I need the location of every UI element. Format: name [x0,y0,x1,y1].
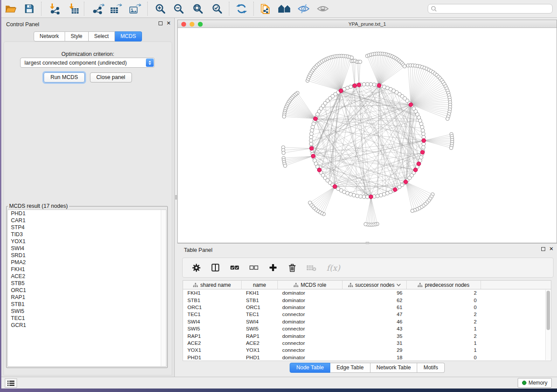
table-cell[interactable]: 1 [407,347,481,353]
mcds-result-item[interactable]: TEC1 [8,315,166,322]
network-leaf-node[interactable] [282,151,285,155]
tab-mcds[interactable]: MCDS [115,31,142,41]
table-cell[interactable]: 2 [407,319,481,325]
table-cell[interactable]: 61 [343,304,407,310]
network-node[interactable] [311,125,315,129]
network-hub-node[interactable] [409,103,413,107]
delete-column-icon[interactable] [287,263,297,272]
table-cell[interactable]: PHD1 [242,354,278,361]
table-cell[interactable]: ACE2 [183,340,242,346]
table-row[interactable]: PHD1PHD1dominator180 [183,354,551,361]
float-table-panel-icon[interactable] [541,247,545,251]
network-node[interactable] [372,83,376,86]
column-header-MCDS-role[interactable]: MCDS role [278,281,343,289]
search-box[interactable] [428,4,553,14]
mcds-result-item[interactable]: CAR1 [8,217,166,224]
table-cell[interactable]: 47 [343,311,407,317]
table-tab-node-table[interactable]: Node Table [290,363,330,373]
table-cell[interactable]: dominator [278,304,343,310]
network-node[interactable] [379,193,383,197]
table-cell[interactable]: PHD1 [183,354,242,361]
table-cell[interactable]: dominator [278,333,343,339]
network-node[interactable] [309,135,313,139]
export-table-icon[interactable] [108,1,124,16]
mcds-result-item[interactable]: STB5 [8,280,166,287]
table-cell[interactable]: YOX1 [242,347,278,353]
network-hub-node[interactable] [357,83,361,87]
table-row[interactable]: SWI4SWI4dominator462 [183,318,551,325]
network-window-titlebar[interactable]: YPA_prune.txt_1 [178,20,557,28]
first-neighbors-icon[interactable] [277,1,292,16]
network-leaf-node[interactable] [450,146,453,150]
network-leaf-node[interactable] [446,117,449,120]
table-cell[interactable]: YOX1 [183,347,242,353]
network-leaf-node[interactable] [284,164,287,168]
table-cell[interactable]: 43 [343,326,407,332]
mcds-result-item[interactable]: RAP1 [8,294,166,301]
mcds-result-list[interactable]: PHD1CAR1STP4TID3YOX1SWI4SRD1PMA2FKH1ACE2… [7,210,166,367]
network-canvas[interactable] [178,28,557,243]
table-cell[interactable]: 46 [343,319,407,325]
network-node[interactable] [352,193,356,197]
import-network-icon[interactable] [47,1,62,16]
column-header-name[interactable]: name [242,281,278,289]
network-hub-node[interactable] [310,146,314,150]
column-header-predecessor-nodes[interactable]: predecessor nodes [407,281,481,289]
table-row[interactable]: ORC1ORC1dominator610 [183,304,551,311]
close-panel-icon[interactable]: ✕ [166,21,171,25]
save-session-icon[interactable] [21,1,37,16]
close-panel-button[interactable]: Close panel [90,72,132,83]
table-cell[interactable]: FKH1 [183,290,242,296]
export-network-icon[interactable] [90,1,106,16]
import-table-icon[interactable] [66,1,82,16]
table-settings-icon[interactable] [191,263,201,272]
network-node[interactable] [310,129,314,132]
table-cell[interactable]: SWI4 [242,319,278,325]
mcds-result-item[interactable]: SWI5 [8,308,166,315]
table-cell[interactable]: connector [278,347,343,353]
network-leaf-node[interactable] [308,201,311,204]
network-node[interactable] [366,83,369,86]
network-leaf-node[interactable] [282,115,286,118]
network-node[interactable] [366,195,369,199]
network-leaf-node[interactable] [403,65,406,68]
table-cell[interactable]: 0 [407,354,481,361]
table-cell[interactable]: connector [278,340,343,346]
table-tab-network-table[interactable]: Network Table [370,363,418,373]
network-hub-node[interactable] [313,117,317,120]
table-cell[interactable]: RAP1 [242,333,278,339]
table-cell[interactable]: RAP1 [183,333,242,339]
network-node[interactable] [356,194,359,198]
tab-network[interactable]: Network [34,31,65,41]
table-cell[interactable]: ORC1 [242,304,278,310]
table-cell[interactable]: connector [278,326,343,332]
network-node[interactable] [362,195,366,199]
select-all-rows-icon[interactable] [230,263,239,272]
mcds-result-item[interactable]: YOX1 [8,238,166,245]
table-cell[interactable]: dominator [278,290,343,296]
network-hub-node[interactable] [421,150,425,154]
search-input[interactable] [437,6,552,12]
tab-select[interactable]: Select [89,31,115,41]
network-node[interactable] [422,145,425,149]
network-node[interactable] [420,125,424,129]
column-header-shared-name[interactable]: shared name [183,281,242,289]
table-cell[interactable]: 62 [343,297,407,303]
table-cell[interactable]: STB1 [183,297,242,303]
network-hub-node[interactable] [422,138,426,142]
network-node[interactable] [382,85,386,89]
table-cell[interactable]: dominator [278,354,343,361]
network-hub-node[interactable] [317,168,321,172]
network-hub-node[interactable] [339,89,343,93]
hide-selected-icon[interactable] [296,1,311,16]
mcds-result-item[interactable]: PMA2 [8,259,166,266]
table-row[interactable]: ACE2ACE2connector311 [183,340,551,347]
mcds-result-item[interactable]: GCR1 [8,322,166,329]
optimization-criterion-dropdown[interactable]: largest connected component (undirected) [20,58,155,68]
network-node[interactable] [309,139,313,142]
mcds-result-item[interactable]: FKH1 [8,266,166,273]
table-row[interactable]: TEC1TEC1connector472 [183,311,551,318]
network-node[interactable] [359,195,362,198]
memory-button[interactable]: Memory [518,378,552,388]
network-node[interactable] [349,193,353,196]
